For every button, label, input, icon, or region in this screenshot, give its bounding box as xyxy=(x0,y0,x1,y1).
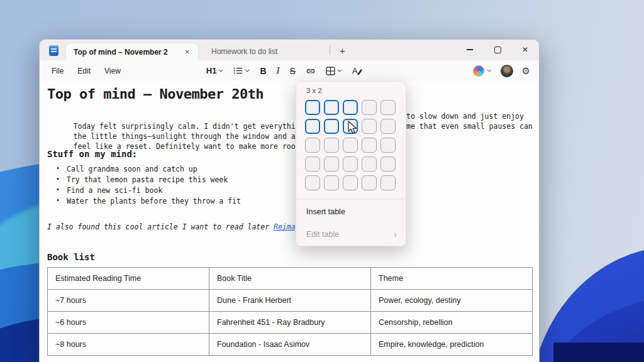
new-tab-button[interactable]: + xyxy=(336,45,348,56)
chevron-down-icon xyxy=(337,69,342,72)
grid-cell[interactable] xyxy=(343,138,358,153)
grid-cell[interactable] xyxy=(380,119,396,134)
paragraph-text: to slow down and just enjoy xyxy=(406,111,524,121)
format-group: H1 B I S xyxy=(202,63,367,79)
table-size-grid xyxy=(305,100,396,190)
copilot-icon xyxy=(473,65,484,77)
tab-close-icon[interactable]: ✕ xyxy=(182,47,193,57)
grid-cell[interactable] xyxy=(362,175,377,190)
heading-style-label: H1 xyxy=(206,66,217,75)
bullet-list-icon xyxy=(233,67,243,75)
list-item: Water the plants before they throw a fit xyxy=(56,197,241,206)
menu-divider xyxy=(296,199,406,199)
chevron-down-icon xyxy=(245,69,250,72)
editor-canvas[interactable]: Top of mind – November 20th Today felt s… xyxy=(40,81,539,362)
paragraph-text: me that even small pauses can xyxy=(406,121,533,131)
table-row: ~7 hours Dune - Frank Herbert Power, eco… xyxy=(48,290,533,312)
desktop: { "window": { "tabs": [ {"label": "Top o… xyxy=(0,0,644,362)
table-header-cell: Theme xyxy=(371,268,533,290)
table-button[interactable] xyxy=(321,64,347,78)
minimize-icon xyxy=(467,49,473,50)
note-line: I also found this cool article I want to… xyxy=(47,222,300,231)
grid-cell[interactable] xyxy=(324,100,339,115)
chevron-down-icon xyxy=(218,69,223,72)
link-icon xyxy=(306,67,316,75)
tab-label: Homework to do list xyxy=(211,47,277,56)
wallpaper-bloom-right xyxy=(530,246,644,362)
list-item: Find a new sci-fi book xyxy=(56,186,162,195)
svg-text:A: A xyxy=(352,66,358,75)
bold-button[interactable]: B xyxy=(255,63,270,79)
close-button[interactable]: ✕ xyxy=(511,40,539,60)
section-heading: Stuff on my mind: xyxy=(47,149,137,159)
tab-label: Top of mind – November 2 xyxy=(74,48,168,57)
grid-cell[interactable] xyxy=(305,156,320,172)
tab-homework[interactable]: Homework to do list xyxy=(204,43,330,60)
grid-cell[interactable] xyxy=(343,100,358,115)
wallpaper-bloom-right-inner xyxy=(541,295,644,362)
table-cell: Foundation - Isaac Asimov xyxy=(209,334,371,356)
list-item-text: Try that lemon pasta recipe this week xyxy=(67,175,228,184)
menu-item-insert-table[interactable]: Insert table xyxy=(296,201,406,222)
grid-cell[interactable] xyxy=(380,100,396,115)
table-cell: Empire, knowledge, prediction xyxy=(371,334,533,356)
insert-table-dropdown: 3 x 2 Insert table Edit table › xyxy=(296,81,406,246)
menu-edit[interactable]: Edit xyxy=(70,63,97,79)
menu-item-edit-table: Edit table › xyxy=(296,224,406,245)
maximize-button[interactable] xyxy=(484,40,511,60)
document-title: Top of mind – November 20th xyxy=(47,86,264,102)
grid-cell[interactable] xyxy=(380,138,396,153)
mouse-cursor xyxy=(348,121,358,134)
table-icon xyxy=(326,67,335,75)
chevron-down-icon xyxy=(487,69,492,72)
table-header-row: Estimated Reading Time Book Title Theme xyxy=(48,268,533,290)
settings-gear-icon[interactable]: ⚙ xyxy=(522,65,530,77)
grid-cell[interactable] xyxy=(362,100,377,115)
grid-cell[interactable] xyxy=(380,156,396,172)
grid-cell[interactable] xyxy=(380,175,396,190)
grid-cell[interactable] xyxy=(324,156,339,172)
wallpaper-bloom-right-navy xyxy=(553,343,644,362)
rewrite-icon: A xyxy=(352,66,363,75)
heading-style-button[interactable]: H1 xyxy=(202,63,228,78)
table-cell: Fahrenheit 451 - Ray Bradbury xyxy=(209,312,371,334)
note-text: I also found this cool article I want to… xyxy=(47,222,274,231)
chevron-right-icon: › xyxy=(394,229,397,239)
grid-cell[interactable] xyxy=(362,119,377,134)
grid-cell[interactable] xyxy=(324,119,339,134)
link-button[interactable] xyxy=(301,64,320,78)
book-table: Estimated Reading Time Book Title Theme … xyxy=(47,267,533,356)
table-cell: Dune - Frank Herbert xyxy=(209,290,371,312)
toolbar-right: ⚙ xyxy=(473,65,530,77)
grid-cell[interactable] xyxy=(343,156,358,172)
grid-cell[interactable] xyxy=(305,138,320,153)
strikethrough-button[interactable]: S xyxy=(286,63,300,79)
copilot-button[interactable] xyxy=(473,65,492,77)
grid-cell[interactable] xyxy=(305,175,320,190)
list-style-button[interactable] xyxy=(229,64,254,77)
grid-cell[interactable] xyxy=(324,175,339,190)
table-size-label: 3 x 2 xyxy=(306,87,322,94)
grid-cell[interactable] xyxy=(305,119,320,134)
table-cell: ~7 hours xyxy=(48,290,209,312)
italic-button[interactable]: I xyxy=(272,63,284,79)
list-item: Call grandma soon and catch up xyxy=(56,165,197,173)
grid-cell[interactable] xyxy=(305,100,320,115)
menu-file[interactable]: File xyxy=(45,63,70,79)
minimize-button[interactable] xyxy=(456,40,484,60)
table-header-cell: Book Title xyxy=(209,268,371,290)
table-cell: Power, ecology, destiny xyxy=(371,290,533,312)
tab-separator xyxy=(330,45,330,55)
table-row: ~6 hours Fahrenheit 451 - Ray Bradbury C… xyxy=(48,312,533,334)
tab-top-of-mind[interactable]: Top of mind – November 2 ✕ xyxy=(65,43,199,60)
table-heading: Book list xyxy=(47,252,95,262)
account-avatar[interactable] xyxy=(501,65,513,77)
rewrite-button[interactable]: A xyxy=(348,63,367,78)
grid-cell[interactable] xyxy=(362,156,377,172)
grid-cell[interactable] xyxy=(362,138,377,153)
grid-cell[interactable] xyxy=(324,138,339,153)
caption-buttons: ✕ xyxy=(456,40,539,60)
grid-cell[interactable] xyxy=(343,175,358,190)
menu-view[interactable]: View xyxy=(97,63,128,79)
table-cell: ~6 hours xyxy=(48,312,209,334)
